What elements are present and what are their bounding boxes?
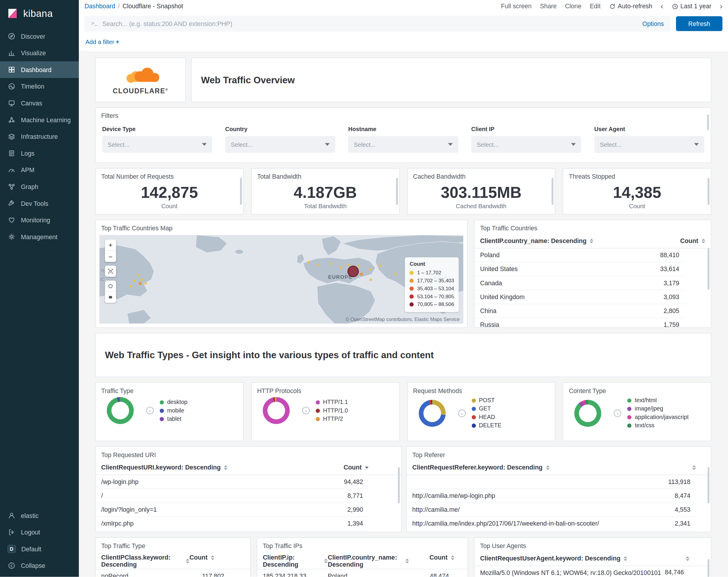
sidebar-item-user[interactable]: elastic [0, 507, 79, 524]
draw-polygon-button[interactable] [105, 280, 116, 292]
legend-dot [410, 271, 414, 275]
table-row: /xmlrpc.php1,394 [96, 517, 369, 531]
legend-item[interactable]: HTTP/1.1 [316, 399, 348, 406]
draw-rectangle-button[interactable] [105, 292, 116, 303]
device-type-select[interactable]: Select... [102, 136, 212, 153]
sort-header-ip[interactable]: ClientIP.ip: Descending [263, 554, 328, 568]
content-type-donut-chart[interactable] [574, 400, 601, 426]
legend-item[interactable]: application/javascript [627, 414, 689, 421]
sort-header-user-agent[interactable]: ClientRequestUserAgent.keyword: Descendi… [480, 555, 682, 562]
add-filter-link[interactable]: Add a filter+ [85, 39, 119, 46]
legend-item[interactable]: mobile [160, 407, 187, 414]
time-picker-button[interactable]: Last 1 year [672, 3, 711, 10]
legend-toggle-icon[interactable]: › [302, 407, 309, 414]
zoom-in-button[interactable]: + [105, 240, 116, 251]
legend-item[interactable]: HEAD [471, 414, 501, 421]
sidebar-item-machine-learning[interactable]: Machine Learning [0, 111, 79, 128]
traffic-type-donut-chart[interactable] [107, 397, 134, 424]
clone-button[interactable]: Clone [565, 3, 581, 10]
sidebar-item-space-default[interactable]: D Default [0, 541, 79, 557]
legend-toggle-icon[interactable]: › [614, 409, 621, 417]
chevron-down-icon [325, 143, 330, 146]
legend-toggle-icon[interactable]: › [458, 409, 465, 417]
sidebar-item-logout[interactable]: Logout [0, 524, 79, 541]
sidebar-item-collapse[interactable]: Collapse [0, 557, 79, 574]
legend-dot [316, 400, 320, 404]
kibana-logo[interactable]: kibana [0, 0, 79, 28]
sidebar-item-infrastructure[interactable]: Infrastructure [0, 128, 79, 145]
sort-header-count[interactable] [689, 465, 696, 470]
legend-toggle-icon[interactable]: › [146, 407, 154, 414]
scrollbar[interactable] [240, 178, 242, 205]
sort-header-count[interactable]: Count [189, 554, 215, 561]
sort-header-referer[interactable]: ClientRequestReferer.keyword: Descending [412, 464, 689, 471]
zoom-out-button[interactable]: − [105, 251, 116, 262]
sort-header-country[interactable]: ClientIP.country_name: Descending [480, 237, 680, 245]
hostname-select[interactable]: Select... [348, 136, 459, 153]
http-protocols-donut-chart[interactable] [263, 397, 290, 424]
dev-tools-icon [7, 199, 15, 207]
country-select[interactable]: Select... [225, 136, 335, 153]
sidebar-item-dev-tools[interactable]: Dev Tools [0, 195, 79, 212]
dashboard-icon [7, 66, 15, 74]
edit-button[interactable]: Edit [590, 3, 601, 10]
panel-total-requests: Total Number of Requests 142,875 Count [95, 168, 243, 215]
legend-item[interactable]: HTTP/2 [316, 416, 348, 423]
sidebar-item-dashboard[interactable]: Dashboard [0, 61, 79, 78]
sidebar-item-monitoring[interactable]: Monitoring [0, 212, 79, 229]
legend-item[interactable]: text/css [627, 422, 689, 429]
user-agent-select[interactable]: Select... [594, 136, 704, 153]
legend-item[interactable]: tablet [160, 416, 187, 423]
scrollbar[interactable] [398, 467, 400, 503]
fit-bounds-button[interactable] [105, 266, 116, 277]
clock-icon [672, 3, 678, 9]
table-row: China2,805 [474, 304, 684, 318]
legend-item[interactable]: POST [471, 397, 501, 404]
world-map[interactable]: TH IC EUROPE ASIA [100, 235, 464, 324]
auto-refresh-button[interactable]: Auto-refresh [609, 3, 652, 10]
sort-header-count[interactable]: Count [680, 237, 705, 245]
sidebar-item-discover[interactable]: Discover [0, 28, 79, 45]
sidebar-item-visualize[interactable]: Visualize [0, 45, 79, 61]
time-next-icon[interactable]: › [720, 2, 722, 10]
scrollbar[interactable] [708, 559, 709, 577]
sidebar-item-apm[interactable]: APM [0, 161, 79, 178]
topbar-actions: Full screen Share Clone Edit Auto-refres… [501, 2, 722, 10]
legend-item[interactable]: DELETE [471, 422, 501, 429]
scrollbar[interactable] [707, 114, 709, 130]
sort-header-uri[interactable]: ClientRequestURI.keyword: Descending [101, 464, 344, 471]
sidebar-item-canvas[interactable]: Canvas [0, 95, 79, 111]
sidebar-item-logs[interactable]: Logs [0, 145, 79, 162]
share-button[interactable]: Share [540, 3, 557, 10]
sort-header-country[interactable]: ClientIP.country_name: Descending [328, 554, 409, 568]
request-methods-donut-chart[interactable] [419, 400, 445, 426]
sidebar-item-management[interactable]: Management [0, 229, 79, 245]
breadcrumb-dashboard[interactable]: Dashboard [84, 3, 115, 10]
table-header: ClientRequestUserAgent.keyword: Descendi… [474, 551, 711, 566]
sidebar-item-timelion[interactable]: Timelion [0, 78, 79, 95]
query-options-link[interactable]: Options [642, 20, 664, 27]
sort-header-count[interactable] [682, 556, 690, 561]
legend-item[interactable]: text/html [627, 397, 689, 404]
search-input[interactable] [102, 20, 638, 27]
sort-icon [686, 556, 690, 561]
sort-header-count[interactable]: Count [344, 464, 369, 471]
scrollbar[interactable] [708, 467, 709, 503]
legend-item[interactable]: desktop [160, 399, 187, 406]
scrollbar[interactable] [708, 178, 709, 205]
fullscreen-button[interactable]: Full screen [501, 3, 532, 10]
legend-item[interactable]: image/jpeg [627, 405, 689, 412]
refresh-button[interactable]: Refresh [676, 16, 722, 31]
time-prev-icon[interactable]: ‹ [661, 2, 664, 10]
legend-item[interactable]: GET [471, 405, 501, 412]
legend-item[interactable]: HTTP/1.0 [316, 407, 348, 414]
client-ip-select[interactable]: Select... [471, 136, 581, 153]
scrollbar[interactable] [708, 248, 709, 290]
scrollbar[interactable] [552, 178, 553, 205]
sidebar-item-graph[interactable]: Graph [0, 178, 79, 195]
sort-header-class[interactable]: ClientIPClass.keyword: Descending [101, 554, 189, 568]
table-header: ClientIPClass.keyword: Descending Count [96, 551, 250, 569]
table-row: noRecord117,802 [96, 569, 230, 577]
sort-header-count[interactable]: Count [409, 554, 454, 561]
scrollbar[interactable] [396, 178, 398, 205]
